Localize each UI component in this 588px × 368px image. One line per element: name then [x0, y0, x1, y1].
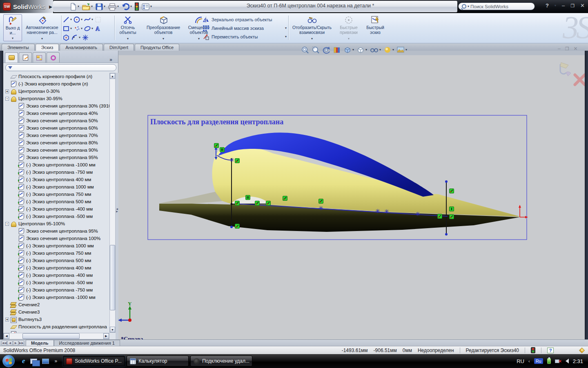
menu-expand-arrow-icon[interactable]: ▶ [49, 4, 52, 9]
tree-item[interactable]: (-) Эскиз центроплана 500 мм [3, 198, 109, 205]
tree-item[interactable]: Эскиз сечения центроплана 40% [3, 110, 109, 117]
tree-item[interactable]: Плоскость корневого профиля (л) [3, 73, 109, 80]
language-badge[interactable]: Ru [534, 358, 543, 364]
doc-minimize-button[interactable] [558, 46, 561, 52]
command-tab[interactable]: Продукты Office [135, 44, 179, 51]
undo-button[interactable]: ▾ [122, 3, 132, 11]
panel-overflow-chevron[interactable]: » [109, 57, 112, 63]
zoom-fit-button[interactable] [301, 46, 309, 54]
text-tool[interactable]: A [94, 25, 101, 32]
taskbar-button[interactable]: Калькулятор [127, 356, 189, 366]
spline-tool[interactable]: ▾ [83, 16, 94, 23]
tree-item[interactable]: (-) Эскиз центроплана 500 мм [3, 257, 109, 264]
point-tool[interactable]: ▾ [73, 25, 83, 32]
construction-tool[interactable] [81, 34, 89, 41]
help-caret[interactable]: ▾ [555, 4, 556, 7]
polygon-tool[interactable] [62, 34, 70, 41]
move-entities-button[interactable]: Переместить объекты ▾ [203, 33, 287, 40]
rapid-sketch-button[interactable]: Быстрый эскиз [363, 14, 387, 41]
convert-entities-button[interactable]: Преобразование объектов ▾ [141, 14, 185, 41]
command-tab[interactable]: DimXpert [104, 44, 134, 51]
battery-icon[interactable] [547, 358, 551, 364]
tree-item[interactable]: Эскиз сечения центроплана 70% [3, 132, 109, 139]
splitter-grip-icon[interactable]: ◀▶ [116, 208, 118, 218]
show-desktop-icon[interactable] [42, 359, 49, 364]
tree-item[interactable]: Эскиз сечения центроплана 60% [3, 124, 109, 132]
appearances-button[interactable]: ▾ [383, 46, 394, 54]
doc-restore-button[interactable] [565, 46, 569, 52]
exit-sketch-button[interactable]: Выхо д и... ▾ [3, 14, 22, 41]
scroll-up-button[interactable]: ▲ [110, 73, 115, 79]
tree-item[interactable]: - Центроплан 95-100% [3, 220, 109, 227]
display-relations-button[interactable]: Отобразить/Скрыть взаимосвязи ▾ [291, 14, 333, 41]
quick-launch-overflow[interactable]: » [55, 358, 58, 364]
new-document-button[interactable]: ▾ [69, 3, 79, 11]
restore-button[interactable] [570, 2, 575, 9]
tree-item[interactable]: (-) Эскиз центроплана -1000 мм [3, 294, 109, 301]
start-button[interactable] [2, 355, 15, 367]
cancel-sketch-icon[interactable] [575, 75, 585, 85]
tree-expand-toggle[interactable]: + [5, 90, 9, 93]
display-style-button[interactable]: ▾ [356, 46, 367, 54]
document-tab[interactable]: Исследование движения 1 [54, 340, 120, 346]
previous-view-button[interactable] [322, 46, 330, 54]
tree-item[interactable]: Эскиз сечения центроплана 95% [3, 227, 109, 235]
mirror-entities-button[interactable]: Зеркально отразить объекты [203, 16, 287, 23]
tag-icon[interactable] [579, 347, 585, 353]
tree-item[interactable]: Плоскость для разделения центроплана [3, 323, 109, 330]
tree-item[interactable]: (-) Эскиз центроплана -750 мм [3, 168, 109, 176]
search-scope-caret[interactable]: ▾ [468, 5, 469, 8]
tree-item[interactable]: (-) Эскиз центроплана -400 мм [3, 272, 109, 279]
internet-explorer-icon[interactable]: e [22, 357, 25, 365]
tree-item[interactable]: Эскиз сечения центроплана 95% [3, 154, 109, 161]
command-tab[interactable]: Элементы [2, 44, 35, 51]
open-button[interactable]: ▾ [82, 3, 93, 11]
confirm-exit-sketch-icon[interactable] [560, 63, 571, 76]
taskbar-button[interactable]: SolidWorks Office P... [63, 356, 125, 366]
tab-scroll-last[interactable]: ▶▶ [19, 341, 24, 346]
zoom-area-button[interactable] [312, 46, 320, 54]
scroll-right-button[interactable]: ▶ [103, 333, 109, 339]
tree-filter-field[interactable] [5, 64, 116, 71]
view-orientation-button[interactable]: ▾ [343, 46, 354, 54]
tree-item[interactable]: + Вытянуть3 [3, 316, 109, 323]
scene-button[interactable]: ▾ [396, 46, 407, 54]
tree-horizontal-scrollbar[interactable]: ◀ ▶ [3, 333, 109, 339]
document-tab[interactable]: Модель [26, 340, 54, 346]
smart-dimension-button[interactable]: Автоматическое нанесение ра... ▾ [24, 14, 60, 41]
trim-entities-button[interactable]: Отсечь объекты ▾ [116, 14, 140, 41]
tree-item[interactable]: Эскиз сечения центроплана 30% (3910 [3, 102, 109, 110]
tab-dimxpert-manager[interactable] [47, 52, 60, 63]
tree-item[interactable]: (-) Эскиз центроплана -1000 мм [3, 161, 109, 168]
tree-item[interactable]: (-) Эскиз корневого профиля (л) [3, 80, 109, 88]
tree-item[interactable]: (-) Эскиз центроплана -400 мм [3, 205, 109, 213]
quick-snaps-button[interactable]: Быстрые привязки ▾ [336, 14, 362, 41]
volume-icon[interactable] [566, 359, 569, 364]
window-switcher-icon[interactable] [30, 359, 37, 364]
rectangle-tool[interactable]: ▾ [62, 25, 72, 32]
tab-feature-tree[interactable] [5, 52, 18, 63]
tree-expand-toggle[interactable]: + [5, 318, 9, 321]
language-indicator[interactable]: RU [517, 358, 524, 364]
tree-item[interactable]: (-) Эскиз центроплана 1000 мм [3, 183, 109, 191]
circle-tool[interactable]: ▾ [73, 16, 83, 23]
ellipse-tool[interactable]: ▾ [83, 25, 94, 32]
clock[interactable]: 2:31 [573, 358, 583, 364]
tree-item[interactable]: (-) Эскиз центроплана -500 мм [3, 279, 109, 286]
scroll-left-button[interactable]: ◀ [4, 333, 9, 339]
panel-splitter[interactable]: ◀▶ [116, 73, 118, 339]
search-box[interactable]: ▾ Поиск SolidWorks [458, 2, 535, 10]
tree-item[interactable]: (-) Эскиз центроплана 750 мм [3, 249, 109, 257]
tree-expand-toggle[interactable]: - [5, 222, 9, 226]
tree-item[interactable]: Эскиз сечения центроплана 80% [3, 139, 109, 146]
tree-item[interactable]: Эскиз сечения центроплана 100% [3, 235, 109, 242]
tab-scroll-next[interactable]: ▶ [13, 341, 18, 346]
graphics-area[interactable]: Плоскость для разделения центроплана [118, 51, 585, 339]
command-tab[interactable]: Анализировать [60, 44, 103, 51]
select-box-tool[interactable] [94, 16, 102, 23]
options-button[interactable]: ▾ [142, 3, 152, 11]
tree-item[interactable]: Сечение2 [3, 301, 109, 308]
tab-scroll-prev[interactable]: ◀ [7, 341, 13, 346]
horizontal-scroll-thumb[interactable] [22, 333, 80, 339]
tree-item[interactable]: (-) Эскиз центроплана 400 мм [3, 176, 109, 183]
